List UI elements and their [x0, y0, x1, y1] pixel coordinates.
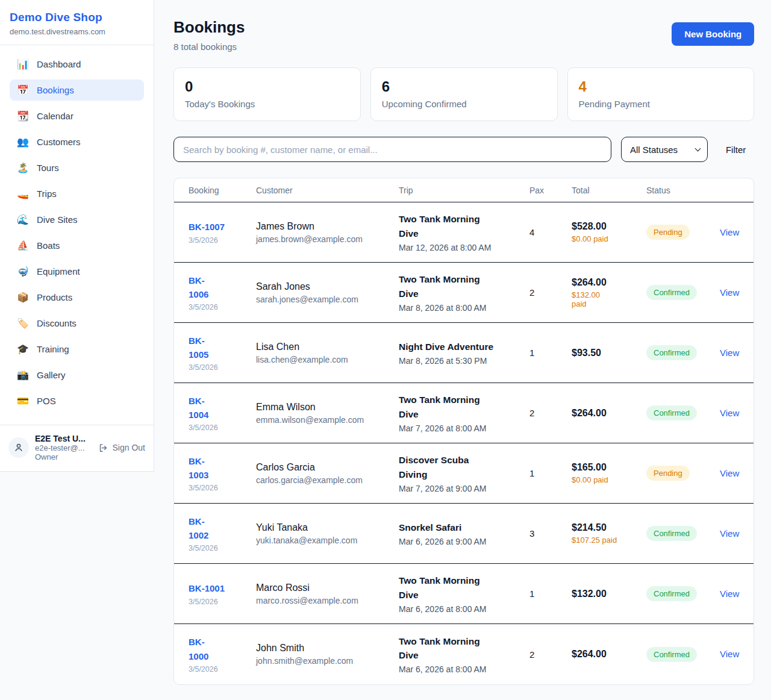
sidebar-item-equipment[interactable]: 🤿 Equipment	[10, 261, 144, 282]
dashboard-icon: 📊	[17, 58, 29, 70]
sidebar-item-customers[interactable]: 👥 Customers	[10, 131, 144, 152]
booking-id-link[interactable]: BK-1005	[189, 334, 219, 362]
sidebar-item-label: POS	[37, 396, 56, 406]
main-content: Bookings 8 total bookings New Booking 0 …	[154, 0, 771, 700]
trips-icon: 🚤	[17, 188, 29, 199]
pos-icon: 💳	[17, 395, 29, 407]
trip-cell: Two Tank Morning Dive Mar 7, 2026 at 8:0…	[399, 393, 529, 433]
sidebar-item-boats[interactable]: ⛵ Boats	[10, 235, 144, 256]
booking-cell: BK-1007 3/5/2026	[189, 220, 256, 244]
customer-cell: Sarah Jones sarah.jones@example.com	[256, 281, 399, 304]
total-amount: $264.00	[572, 649, 646, 660]
paid-amount: $0.00 paid	[572, 475, 646, 484]
sidebar-item-pos[interactable]: 💳 POS	[10, 390, 144, 411]
col-header-pax: Pax	[529, 186, 572, 195]
customer-cell: Lisa Chen lisa.chen@example.com	[256, 342, 399, 364]
booking-cell: BK-1006 3/5/2026	[189, 273, 256, 312]
total-amount: $93.50	[572, 348, 646, 358]
booking-date: 3/5/2026	[189, 303, 256, 311]
stats-row: 0 Today's Bookings 6 Upcoming Confirmed …	[173, 67, 754, 121]
trip-cell: Discover Scuba Diving Mar 7, 2026 at 9:0…	[399, 453, 529, 493]
total-amount: $165.00	[572, 462, 646, 473]
booking-id-link[interactable]: BK-1004	[189, 394, 219, 422]
booking-id-link[interactable]: BK-1002	[189, 514, 219, 543]
stat-value: 4	[579, 78, 743, 95]
search-input[interactable]	[173, 137, 611, 162]
view-link[interactable]: View	[720, 227, 739, 237]
table-row: BK-1001 3/5/2026 Marco Rossi marco.rossi…	[174, 564, 754, 624]
pax-count: 1	[529, 468, 572, 478]
bookings-table-body: BK-1007 3/5/2026 James Brown james.brown…	[174, 202, 754, 684]
sidebar-item-dive-sites[interactable]: 🌊 Dive Sites	[10, 209, 144, 230]
total-cell: $214.50 $107.25 paid	[572, 522, 646, 545]
sidebar-item-label: Dive Sites	[37, 214, 78, 225]
customer-email: emma.wilson@example.com	[256, 415, 399, 425]
view-link[interactable]: View	[720, 468, 739, 478]
stat-value: 6	[382, 78, 546, 95]
actions-cell: View	[720, 468, 739, 479]
customer-name: John Smith	[256, 643, 399, 654]
sidebar-item-gallery[interactable]: 📸 Gallery	[10, 364, 144, 386]
pax-count: 1	[529, 589, 572, 599]
status-badge: Confirmed	[646, 285, 697, 300]
dive-sites-icon: 🌊	[17, 214, 29, 225]
trip-time: Mar 8, 2026 at 8:00 AM	[399, 303, 529, 313]
sidebar-item-discounts[interactable]: 🏷️ Discounts	[10, 313, 144, 334]
trip-name: Night Dive Adventure	[399, 340, 529, 354]
sign-out-button[interactable]: Sign Out	[98, 443, 145, 453]
view-link[interactable]: View	[720, 649, 739, 659]
trip-cell: Two Tank Morning Dive Mar 6, 2026 at 8:0…	[399, 634, 529, 675]
booking-id-link[interactable]: BK-1006	[189, 273, 219, 302]
table-row: BK-1004 3/5/2026 Emma Wilson emma.wilson…	[174, 383, 754, 443]
table-row: BK-1005 3/5/2026 Lisa Chen lisa.chen@exa…	[174, 323, 754, 383]
total-amount: $132.00	[572, 589, 646, 599]
view-link[interactable]: View	[720, 408, 739, 418]
bookings-icon: 📅	[17, 84, 29, 96]
page-title: Bookings	[173, 18, 245, 37]
booking-id-link[interactable]: BK-1003	[189, 454, 219, 483]
view-link[interactable]: View	[720, 348, 739, 358]
actions-cell: View	[720, 227, 739, 238]
customer-cell: John Smith john.smith@example.com	[256, 643, 399, 666]
sidebar-item-trips[interactable]: 🚤 Trips	[10, 183, 144, 204]
trip-cell: Snorkel Safari Mar 6, 2026 at 9:00 AM	[399, 520, 529, 546]
sidebar-item-tours[interactable]: 🏝️ Tours	[10, 157, 144, 178]
filter-controls: All Statuses Filter	[173, 137, 754, 162]
booking-id-link[interactable]: BK-1000	[189, 635, 219, 663]
view-link[interactable]: View	[720, 287, 739, 298]
sidebar-nav: 📊 Dashboard 📅 Bookings 📆 Calendar 👥 Cust…	[0, 45, 154, 425]
sidebar-item-dashboard[interactable]: 📊 Dashboard	[10, 54, 144, 75]
customer-email: lisa.chen@example.com	[256, 355, 399, 364]
actions-cell: View	[720, 287, 739, 298]
sidebar-item-bookings[interactable]: 📅 Bookings	[10, 80, 144, 101]
pax-count: 3	[529, 528, 572, 539]
booking-id-link[interactable]: BK-1007	[189, 220, 225, 234]
view-link[interactable]: View	[720, 589, 739, 599]
sidebar-item-training[interactable]: 🎓 Training	[10, 339, 144, 360]
training-icon: 🎓	[17, 343, 29, 355]
col-header-trip: Trip	[399, 186, 529, 195]
customer-cell: Carlos Garcia carlos.garcia@example.com	[256, 462, 399, 485]
view-link[interactable]: View	[720, 528, 739, 539]
table-row: BK-1007 3/5/2026 James Brown james.brown…	[174, 202, 754, 263]
sidebar-item-calendar[interactable]: 📆 Calendar	[10, 105, 144, 127]
customer-name: Sarah Jones	[256, 281, 399, 292]
actions-cell: View	[720, 408, 739, 419]
avatar	[8, 437, 29, 458]
brand-block: Demo Dive Shop demo.test.divestreams.com	[0, 0, 154, 45]
trip-name: Snorkel Safari	[399, 520, 529, 534]
trip-time: Mar 7, 2026 at 9:00 AM	[399, 484, 529, 493]
total-cell: $132.00	[572, 589, 646, 599]
sidebar-item-label: Trips	[37, 189, 57, 199]
filter-button[interactable]: Filter	[717, 145, 754, 155]
booking-id-link[interactable]: BK-1001	[189, 581, 225, 595]
boats-icon: ⛵	[17, 240, 29, 251]
sidebar-item-label: Dashboard	[37, 59, 81, 69]
status-select[interactable]: All Statuses	[621, 137, 708, 162]
status-badge: Confirmed	[646, 405, 697, 420]
new-booking-button[interactable]: New Booking	[672, 22, 754, 46]
booking-date: 3/5/2026	[189, 363, 256, 372]
sidebar-item-products[interactable]: 📦 Products	[10, 287, 144, 308]
customer-email: yuki.tanaka@example.com	[256, 536, 399, 545]
sign-out-icon	[98, 443, 108, 453]
